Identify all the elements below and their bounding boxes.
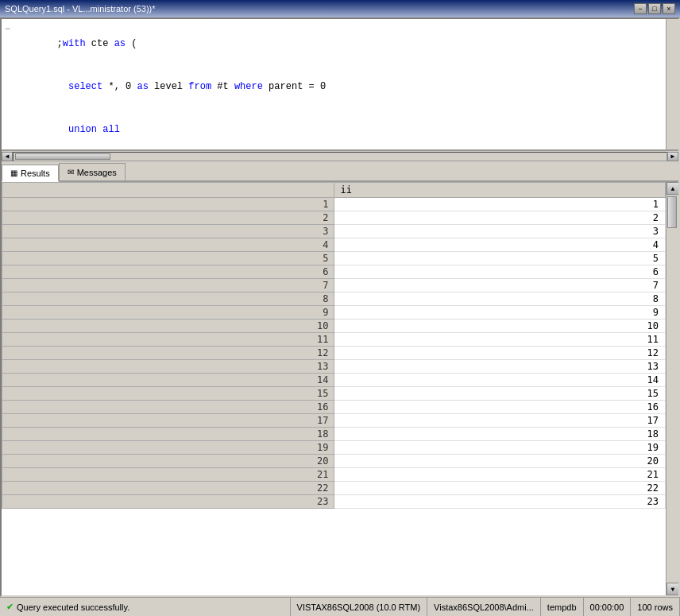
row-value-cell: 9: [334, 306, 666, 320]
line-indicator-3: [5, 108, 11, 122]
horizontal-scrollbar[interactable]: ◀ ▶: [2, 150, 678, 161]
row-value-cell: 14: [334, 374, 666, 387]
table-row[interactable]: 1919: [2, 441, 666, 455]
row-value-cell: 5: [334, 252, 666, 265]
status-rows: 100 rows: [631, 598, 680, 616]
tab-messages[interactable]: ✉ Messages: [59, 163, 126, 180]
table-row[interactable]: 1717: [2, 414, 666, 428]
vscroll-track[interactable]: [666, 195, 678, 583]
row-value-cell: 7: [334, 279, 666, 293]
tab-results[interactable]: ▦ Results: [2, 165, 59, 182]
table-row[interactable]: 1616: [2, 401, 666, 414]
results-icon: ▦: [10, 169, 17, 177]
messages-icon: ✉: [68, 168, 74, 176]
row-value-cell: 20: [334, 455, 666, 468]
status-time: 00:00:00: [584, 598, 632, 616]
table-row[interactable]: 1414: [2, 374, 666, 387]
hscroll-track[interactable]: [13, 152, 667, 161]
results-vscroll[interactable]: ▲ ▼: [666, 182, 678, 595]
row-value-cell: 17: [334, 414, 666, 428]
line-indicator-2: [5, 65, 11, 79]
row-value-cell: 4: [334, 238, 666, 252]
row-number-cell: 11: [2, 333, 334, 347]
table-row[interactable]: 1818: [2, 428, 666, 441]
table-row[interactable]: 1212: [2, 347, 666, 360]
results-area[interactable]: ii 1122334455667788991010111112121313141…: [2, 182, 666, 595]
code-vscroll[interactable]: [666, 19, 678, 149]
row-value-cell: 8: [334, 293, 666, 306]
code-content-2: select *, 0 as level from #t where paren…: [11, 65, 678, 108]
table-row[interactable]: 1010: [2, 320, 666, 333]
table-row[interactable]: 1515: [2, 387, 666, 401]
table-row[interactable]: 2323: [2, 495, 666, 509]
status-user: Vistax86SQL2008\Admi...: [427, 598, 541, 616]
status-database: tempdb: [541, 598, 584, 616]
row-number-cell: 20: [2, 455, 334, 468]
row-number-cell: 5: [2, 252, 334, 265]
vscroll-up-btn[interactable]: ▲: [666, 182, 678, 195]
results-table: ii 1122334455667788991010111112121313141…: [2, 182, 666, 509]
table-row[interactable]: 1111: [2, 333, 666, 347]
table-row[interactable]: 88: [2, 293, 666, 306]
minimize-button[interactable]: −: [634, 3, 647, 14]
tab-messages-label: Messages: [77, 168, 117, 177]
status-icon: ✔: [6, 602, 14, 612]
row-number-cell: 6: [2, 265, 334, 279]
maximize-button[interactable]: □: [648, 3, 661, 14]
table-row[interactable]: 33: [2, 225, 666, 238]
row-number-cell: 22: [2, 482, 334, 495]
row-value-cell: 3: [334, 225, 666, 238]
table-row[interactable]: 77: [2, 279, 666, 293]
table-row[interactable]: 55: [2, 252, 666, 265]
row-number-cell: 2: [2, 211, 334, 225]
table-row[interactable]: 2222: [2, 482, 666, 495]
row-number-cell: 16: [2, 401, 334, 414]
code-line-2: select *, 0 as level from #t where paren…: [2, 65, 678, 108]
vscroll-down-btn[interactable]: ▼: [666, 583, 678, 595]
row-number-cell: 21: [2, 468, 334, 482]
hscroll-right-btn[interactable]: ▶: [667, 152, 678, 161]
row-number-cell: 15: [2, 387, 334, 401]
table-row[interactable]: 66: [2, 265, 666, 279]
row-number-cell: 14: [2, 374, 334, 387]
row-value-cell: 6: [334, 265, 666, 279]
main-container: − ;with cte as ( select *, 0 as level fr…: [0, 17, 680, 597]
table-row[interactable]: 22: [2, 211, 666, 225]
row-number-cell: 8: [2, 293, 334, 306]
code-line-1: − ;with cte as (: [2, 22, 678, 65]
row-number-cell: 12: [2, 347, 334, 360]
tabs-bar: ▦ Results ✉ Messages: [2, 161, 678, 182]
tab-results-label: Results: [21, 169, 50, 178]
status-server: VISTAX86SQL2008 (10.0 RTM): [291, 598, 428, 616]
vscroll-thumb[interactable]: [667, 196, 677, 228]
code-content-1: ;with cte as (: [11, 22, 678, 65]
row-value-cell: 18: [334, 428, 666, 441]
row-number-cell: 18: [2, 428, 334, 441]
results-wrapper: ii 1122334455667788991010111112121313141…: [2, 182, 678, 595]
table-row[interactable]: 1313: [2, 360, 666, 374]
row-number-cell: 19: [2, 441, 334, 455]
row-value-cell: 11: [334, 333, 666, 347]
close-button[interactable]: ×: [663, 3, 675, 14]
row-value-cell: 12: [334, 347, 666, 360]
row-value-cell: 21: [334, 468, 666, 482]
row-value-cell: 16: [334, 401, 666, 414]
hscroll-left-btn[interactable]: ◀: [2, 152, 13, 161]
row-number-cell: 10: [2, 320, 334, 333]
row-value-cell: 2: [334, 211, 666, 225]
window-controls: − □ ×: [634, 3, 675, 14]
table-row[interactable]: 2121: [2, 468, 666, 482]
table-row[interactable]: 44: [2, 238, 666, 252]
code-editor[interactable]: − ;with cte as ( select *, 0 as level fr…: [2, 19, 678, 150]
line-indicator-1: −: [5, 22, 11, 37]
table-row[interactable]: 11: [2, 198, 666, 211]
hscroll-thumb[interactable]: [15, 153, 110, 160]
row-number-cell: 17: [2, 414, 334, 428]
row-number-cell: 1: [2, 198, 334, 211]
row-number-cell: 3: [2, 225, 334, 238]
status-message-text: Query executed successfully.: [17, 602, 129, 612]
code-content-3: union all: [11, 108, 678, 150]
table-row[interactable]: 99: [2, 306, 666, 320]
table-row[interactable]: 2020: [2, 455, 666, 468]
row-number-cell: 7: [2, 279, 334, 293]
